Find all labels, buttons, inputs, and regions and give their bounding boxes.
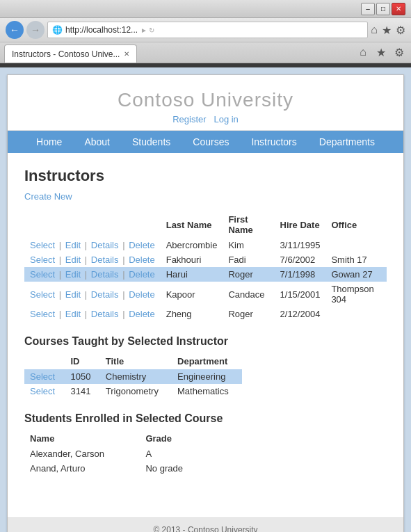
student-name-1: Anand, Arturo — [24, 461, 140, 476]
instructor-hire_date-3: 1/15/2001 — [275, 282, 326, 307]
create-new-link[interactable]: Create New — [24, 191, 72, 202]
instructor-edit-link-1[interactable]: Edit — [65, 255, 81, 265]
instructor-details-link-0[interactable]: Details — [91, 240, 119, 250]
nav-courses[interactable]: Courses — [182, 131, 240, 153]
actions-cell-2: Select | Edit | Details | Delete — [24, 267, 161, 282]
instructor-delete-link-2[interactable]: Delete — [129, 269, 155, 280]
instructor-details-link-4[interactable]: Details — [91, 309, 119, 319]
course-department-1: Mathematics — [172, 384, 242, 398]
home-icon[interactable]: ⌂ — [371, 24, 378, 37]
courses-col-id: ID — [65, 353, 99, 369]
address-bar[interactable]: 🌐 http://localhost:12... ► ↻ — [47, 22, 368, 38]
instructors-row-4: Select | Edit | Details | DeleteZhengRog… — [24, 307, 387, 321]
forward-button[interactable]: → — [26, 21, 45, 39]
instructor-edit-link-3[interactable]: Edit — [65, 289, 81, 300]
header-links: Register Log in — [8, 114, 403, 124]
action-sep: | — [120, 309, 128, 319]
courses-col-dept: Department — [172, 353, 242, 369]
minimize-button[interactable]: – — [361, 3, 375, 15]
back-button[interactable]: ← — [6, 21, 24, 39]
instructor-office-0 — [325, 238, 387, 252]
site-header: Contoso University Register Log in — [8, 75, 403, 131]
window-controls: – □ ✕ — [361, 3, 405, 15]
instructor-last_name-4: Zheng — [161, 307, 223, 321]
dark-bar — [0, 63, 411, 67]
students-table: Name Grade Alexander, CarsonAAnand, Artu… — [24, 430, 206, 476]
instructor-hire_date-2: 7/1/1998 — [275, 267, 326, 282]
instructor-office-3: Thompson 304 — [325, 282, 387, 307]
close-button[interactable]: ✕ — [392, 3, 405, 15]
instructors-col-hiredate: Hire Date — [275, 211, 326, 238]
students-section-title: Students Enrolled in Selected Course — [24, 412, 387, 425]
settings-icon[interactable]: ⚙ — [396, 24, 405, 37]
instructors-col-lastname: Last Name — [161, 211, 223, 238]
courses-col-title: Title — [100, 353, 172, 369]
instructor-last_name-3: Kapoor — [161, 282, 223, 307]
instructors-row-0: Select | Edit | Details | DeleteAbercrom… — [24, 238, 387, 252]
instructor-select-link-4[interactable]: Select — [30, 309, 55, 319]
instructor-delete-link-3[interactable]: Delete — [129, 289, 155, 300]
maximize-button[interactable]: □ — [376, 3, 390, 15]
course-id-0: 1050 — [65, 369, 99, 384]
instructor-edit-link-0[interactable]: Edit — [65, 240, 81, 250]
action-sep: | — [82, 309, 90, 319]
instructor-first_name-2: Roger — [223, 267, 274, 282]
nav-students[interactable]: Students — [121, 131, 182, 153]
login-link[interactable]: Log in — [213, 114, 238, 124]
instructor-hire_date-4: 2/12/2004 — [275, 307, 326, 321]
nav-departments[interactable]: Departments — [308, 131, 386, 153]
students-col-grade: Grade — [140, 430, 205, 446]
register-link[interactable]: Register — [172, 114, 206, 124]
instructor-details-link-1[interactable]: Details — [91, 255, 119, 265]
action-sep: | — [56, 309, 64, 319]
action-sep: | — [56, 255, 64, 265]
action-sep: | — [120, 269, 128, 280]
instructor-edit-link-2[interactable]: Edit — [65, 269, 81, 280]
instructor-last_name-0: Abercrombie — [161, 238, 223, 252]
instructor-select-link-0[interactable]: Select — [30, 240, 55, 250]
nav-about[interactable]: About — [73, 131, 121, 153]
favorites-icon[interactable]: ★ — [382, 24, 392, 37]
course-title-1: Trigonometry — [100, 384, 172, 398]
course-select-link-1[interactable]: Select — [30, 386, 55, 396]
instructor-details-link-3[interactable]: Details — [91, 289, 119, 300]
instructor-hire_date-0: 3/11/1995 — [275, 238, 326, 252]
instructor-edit-link-4[interactable]: Edit — [65, 309, 81, 319]
nav-bar: Home About Students Courses Instructors … — [8, 131, 403, 153]
action-sep: | — [82, 240, 90, 250]
tab-close-icon[interactable]: ✕ — [124, 50, 129, 58]
instructor-select-link-2[interactable]: Select — [30, 269, 55, 280]
toolbar-star-button[interactable]: ★ — [373, 45, 389, 60]
action-sep: | — [82, 289, 90, 300]
course-title-0: Chemistry — [100, 369, 172, 384]
browser-right-icons: ⌂ ★ ⚙ — [371, 24, 405, 37]
tab-label: Instructors - Contoso Unive... — [12, 49, 120, 59]
browser-title-bar: – □ ✕ — [0, 0, 411, 18]
courses-section-title: Courses Taught by Selected Instructor — [24, 335, 387, 348]
actions-cell-3: Select | Edit | Details | Delete — [24, 282, 161, 307]
instructor-select-link-3[interactable]: Select — [30, 289, 55, 300]
instructor-last_name-1: Fakhouri — [161, 252, 223, 267]
site-title: Contoso University — [8, 89, 403, 111]
page-content: Instructors Create New Last Name First N… — [8, 153, 403, 503]
course-select-link-0[interactable]: Select — [30, 371, 55, 382]
instructor-details-link-2[interactable]: Details — [91, 269, 119, 280]
address-icon: 🌐 — [52, 25, 63, 35]
instructor-hire_date-1: 7/6/2002 — [275, 252, 326, 267]
instructor-delete-link-1[interactable]: Delete — [129, 255, 155, 265]
instructor-select-link-1[interactable]: Select — [30, 255, 55, 265]
instructors-col-office: Office — [325, 211, 387, 238]
instructor-delete-link-4[interactable]: Delete — [129, 309, 155, 319]
instructor-first_name-3: Candace — [223, 282, 274, 307]
instructor-first_name-0: Kim — [223, 238, 274, 252]
nav-home[interactable]: Home — [25, 131, 73, 153]
actions-cell-0: Select | Edit | Details | Delete — [24, 238, 161, 252]
actions-cell-1: Select | Edit | Details | Delete — [24, 252, 161, 267]
toolbar-gear-button[interactable]: ⚙ — [392, 45, 407, 60]
browser-tab-active[interactable]: Instructors - Contoso Unive... ✕ — [4, 45, 137, 63]
course-id-1: 3141 — [65, 384, 99, 398]
nav-instructors[interactable]: Instructors — [240, 131, 307, 153]
instructor-delete-link-0[interactable]: Delete — [129, 240, 155, 250]
new-tab-button[interactable]: ⌂ — [355, 45, 371, 60]
action-sep: | — [120, 255, 128, 265]
